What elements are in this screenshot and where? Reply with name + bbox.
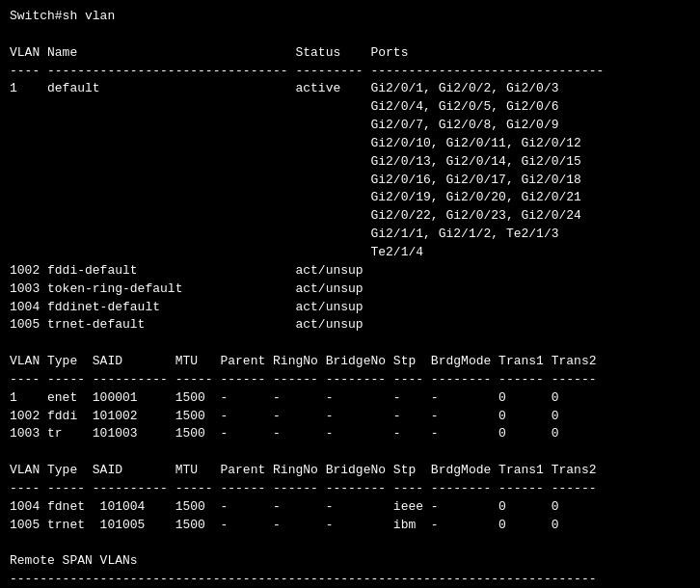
line-type-1002: 1002 fddi 101002 1500 - - - - - 0 0 <box>10 408 690 426</box>
line-blank-2 <box>10 334 690 353</box>
line-blank-1 <box>10 26 690 44</box>
line-vlan-1005: 1005 trnet-default act/unsup <box>10 316 690 334</box>
line-vlan-1002: 1002 fddi-default act/unsup <box>10 262 690 281</box>
line-remote-sep: ----------------------------------------… <box>10 571 690 588</box>
line-vlan-1: 1 default active Gi2/0/1, Gi2/0/2, Gi2/0… <box>10 80 690 98</box>
line-blank-3 <box>10 443 690 462</box>
line-type-header1: VLAN Type SAID MTU Parent RingNo BridgeN… <box>10 353 690 371</box>
line-type-header2: VLAN Type SAID MTU Parent RingNo BridgeN… <box>10 462 690 480</box>
line-vlan-1i: Gi2/1/1, Gi2/1/2, Te2/1/3 <box>10 226 690 244</box>
line-remote-span: Remote SPAN VLANs <box>10 552 690 571</box>
line-vlan-1b: Gi2/0/4, Gi2/0/5, Gi2/0/6 <box>10 98 690 117</box>
line-type-sep2: ---- ----- ---------- ----- ------ -----… <box>10 480 690 498</box>
line-vlan-sep1: ---- -------------------------------- --… <box>10 63 690 81</box>
line-vlan-1c: Gi2/0/7, Gi2/0/8, Gi2/0/9 <box>10 117 690 135</box>
line-vlan-header: VLAN Name Status Ports <box>10 44 690 63</box>
line-prompt: Switch#sh vlan <box>10 8 690 26</box>
line-type-1: 1 enet 100001 1500 - - - - - 0 0 <box>10 389 690 408</box>
line-type-sep1: ---- ----- ---------- ----- ------ -----… <box>10 371 690 389</box>
terminal-output: Switch#sh vlan VLAN Name Status Ports --… <box>10 8 690 588</box>
line-vlan-1f: Gi2/0/16, Gi2/0/17, Gi2/0/18 <box>10 172 690 190</box>
line-type-1005: 1005 trnet 101005 1500 - - - ibm - 0 0 <box>10 517 690 535</box>
line-blank-4 <box>10 534 690 552</box>
line-type-1003: 1003 tr 101003 1500 - - - - - 0 0 <box>10 425 690 443</box>
line-vlan-1g: Gi2/0/19, Gi2/0/20, Gi2/0/21 <box>10 189 690 207</box>
line-vlan-1h: Gi2/0/22, Gi2/0/23, Gi2/0/24 <box>10 207 690 226</box>
line-vlan-1j: Te2/1/4 <box>10 244 690 262</box>
line-vlan-1003: 1003 token-ring-default act/unsup <box>10 281 690 299</box>
line-vlan-1e: Gi2/0/13, Gi2/0/14, Gi2/0/15 <box>10 153 690 172</box>
line-vlan-1004: 1004 fddinet-default act/unsup <box>10 299 690 317</box>
line-type-1004: 1004 fdnet 101004 1500 - - - ieee - 0 0 <box>10 498 690 517</box>
line-vlan-1d: Gi2/0/10, Gi2/0/11, Gi2/0/12 <box>10 135 690 153</box>
